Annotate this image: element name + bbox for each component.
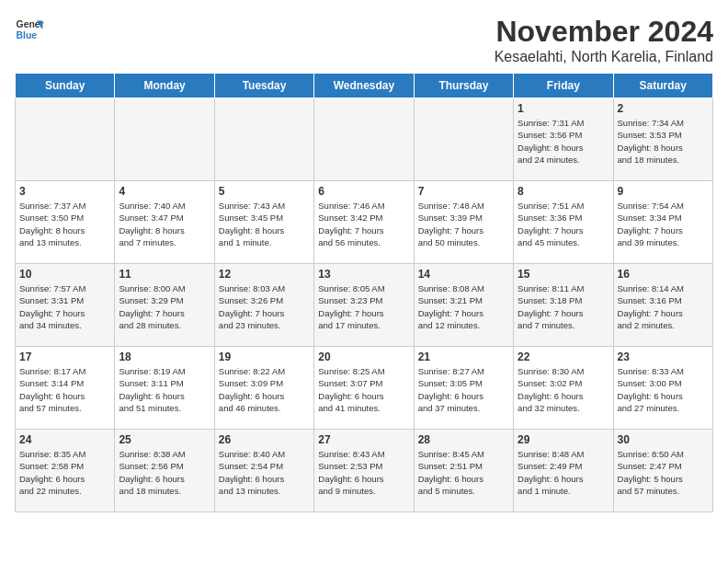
logo: General Blue: [15, 15, 44, 44]
calendar-cell: 8Sunrise: 7:51 AMSunset: 3:36 PMDaylight…: [514, 181, 613, 264]
day-info: Sunrise: 8:19 AMSunset: 3:11 PMDaylight:…: [119, 365, 210, 414]
calendar-cell: 28Sunrise: 8:45 AMSunset: 2:51 PMDayligh…: [414, 430, 513, 512]
day-info: Sunrise: 8:05 AMSunset: 3:23 PMDaylight:…: [318, 282, 409, 331]
day-info: Sunrise: 8:40 AMSunset: 2:54 PMDaylight:…: [219, 448, 310, 497]
day-info: Sunrise: 7:37 AMSunset: 3:50 PMDaylight:…: [19, 200, 110, 248]
day-number: 14: [418, 268, 509, 281]
day-info: Sunrise: 8:38 AMSunset: 2:56 PMDaylight:…: [119, 448, 210, 497]
day-number: 11: [119, 268, 210, 281]
calendar-cell: 24Sunrise: 8:35 AMSunset: 2:58 PMDayligh…: [16, 430, 115, 512]
svg-text:Blue: Blue: [17, 30, 38, 40]
calendar-cell: 6Sunrise: 7:46 AMSunset: 3:42 PMDaylight…: [314, 181, 414, 264]
day-info: Sunrise: 8:33 AMSunset: 3:00 PMDaylight:…: [618, 365, 709, 414]
day-info: Sunrise: 8:14 AMSunset: 3:16 PMDaylight:…: [618, 282, 709, 331]
calendar-cell: 13Sunrise: 8:05 AMSunset: 3:23 PMDayligh…: [314, 264, 414, 347]
calendar-cell: 7Sunrise: 7:48 AMSunset: 3:39 PMDaylight…: [414, 181, 513, 264]
day-header-sunday: Sunday: [16, 74, 115, 98]
title-block: November 2024 Kesaelahti, North Karelia,…: [495, 15, 713, 65]
day-info: Sunrise: 7:51 AMSunset: 3:36 PMDaylight:…: [518, 200, 609, 248]
calendar-cell: 19Sunrise: 8:22 AMSunset: 3:09 PMDayligh…: [214, 347, 313, 430]
calendar-cell: 16Sunrise: 8:14 AMSunset: 3:16 PMDayligh…: [613, 264, 712, 347]
day-number: 7: [418, 185, 509, 198]
day-info: Sunrise: 8:08 AMSunset: 3:21 PMDaylight:…: [418, 282, 509, 331]
day-info: Sunrise: 8:17 AMSunset: 3:14 PMDaylight:…: [19, 365, 110, 414]
calendar-cell: 23Sunrise: 8:33 AMSunset: 3:00 PMDayligh…: [613, 347, 712, 430]
calendar-cell: 9Sunrise: 7:54 AMSunset: 3:34 PMDaylight…: [613, 181, 712, 264]
day-info: Sunrise: 8:50 AMSunset: 2:47 PMDaylight:…: [618, 448, 709, 497]
day-number: 6: [318, 185, 409, 198]
day-number: 9: [618, 185, 709, 198]
calendar-cell: [314, 98, 414, 181]
calendar-table: SundayMondayTuesdayWednesdayThursdayFrid…: [15, 73, 713, 512]
day-info: Sunrise: 8:11 AMSunset: 3:18 PMDaylight:…: [518, 282, 609, 331]
day-info: Sunrise: 7:31 AMSunset: 3:56 PMDaylight:…: [518, 117, 609, 166]
calendar-week-row: 10Sunrise: 7:57 AMSunset: 3:31 PMDayligh…: [16, 264, 713, 347]
day-info: Sunrise: 7:46 AMSunset: 3:42 PMDaylight:…: [318, 200, 409, 248]
day-info: Sunrise: 7:54 AMSunset: 3:34 PMDaylight:…: [618, 200, 709, 248]
calendar-cell: 21Sunrise: 8:27 AMSunset: 3:05 PMDayligh…: [414, 347, 513, 430]
calendar-cell: 14Sunrise: 8:08 AMSunset: 3:21 PMDayligh…: [414, 264, 513, 347]
calendar-header-row: SundayMondayTuesdayWednesdayThursdayFrid…: [16, 74, 713, 98]
day-header-friday: Friday: [514, 74, 613, 98]
day-header-thursday: Thursday: [414, 74, 513, 98]
calendar-cell: 4Sunrise: 7:40 AMSunset: 3:47 PMDaylight…: [115, 181, 214, 264]
day-info: Sunrise: 7:34 AMSunset: 3:53 PMDaylight:…: [618, 117, 709, 166]
month-title: November 2024: [495, 15, 713, 49]
day-number: 13: [318, 268, 409, 281]
calendar-cell: [115, 98, 214, 181]
page-header: General Blue November 2024 Kesaelahti, N…: [15, 15, 713, 65]
day-info: Sunrise: 8:00 AMSunset: 3:29 PMDaylight:…: [119, 282, 210, 331]
day-header-wednesday: Wednesday: [314, 74, 414, 98]
day-info: Sunrise: 8:25 AMSunset: 3:07 PMDaylight:…: [318, 365, 409, 414]
day-number: 10: [19, 268, 110, 281]
calendar-cell: 2Sunrise: 7:34 AMSunset: 3:53 PMDaylight…: [613, 98, 712, 181]
calendar-cell: 27Sunrise: 8:43 AMSunset: 2:53 PMDayligh…: [314, 430, 414, 512]
calendar-cell: 22Sunrise: 8:30 AMSunset: 3:02 PMDayligh…: [514, 347, 613, 430]
calendar-week-row: 1Sunrise: 7:31 AMSunset: 3:56 PMDaylight…: [16, 98, 713, 181]
day-info: Sunrise: 8:03 AMSunset: 3:26 PMDaylight:…: [219, 282, 310, 331]
day-number: 2: [618, 102, 709, 115]
calendar-cell: 1Sunrise: 7:31 AMSunset: 3:56 PMDaylight…: [514, 98, 613, 181]
day-header-monday: Monday: [115, 74, 214, 98]
logo-icon: General Blue: [15, 15, 44, 44]
calendar-cell: 10Sunrise: 7:57 AMSunset: 3:31 PMDayligh…: [16, 264, 115, 347]
day-number: 22: [518, 350, 609, 363]
day-number: 21: [418, 350, 509, 363]
day-info: Sunrise: 8:43 AMSunset: 2:53 PMDaylight:…: [318, 448, 409, 497]
calendar-cell: 26Sunrise: 8:40 AMSunset: 2:54 PMDayligh…: [214, 430, 313, 512]
calendar-cell: [214, 98, 313, 181]
calendar-week-row: 3Sunrise: 7:37 AMSunset: 3:50 PMDaylight…: [16, 181, 713, 264]
calendar-cell: 20Sunrise: 8:25 AMSunset: 3:07 PMDayligh…: [314, 347, 414, 430]
calendar-cell: 5Sunrise: 7:43 AMSunset: 3:45 PMDaylight…: [214, 181, 313, 264]
location-subtitle: Kesaelahti, North Karelia, Finland: [495, 49, 713, 65]
day-info: Sunrise: 8:48 AMSunset: 2:49 PMDaylight:…: [518, 448, 609, 497]
day-info: Sunrise: 7:40 AMSunset: 3:47 PMDaylight:…: [119, 200, 210, 248]
day-number: 8: [518, 185, 609, 198]
day-number: 24: [19, 433, 110, 446]
calendar-cell: [16, 98, 115, 181]
day-number: 23: [618, 350, 709, 363]
day-number: 26: [219, 433, 310, 446]
day-number: 15: [518, 268, 609, 281]
day-info: Sunrise: 8:45 AMSunset: 2:51 PMDaylight:…: [418, 448, 509, 497]
calendar-cell: 11Sunrise: 8:00 AMSunset: 3:29 PMDayligh…: [115, 264, 214, 347]
day-info: Sunrise: 8:27 AMSunset: 3:05 PMDaylight:…: [418, 365, 509, 414]
day-number: 20: [318, 350, 409, 363]
calendar-week-row: 24Sunrise: 8:35 AMSunset: 2:58 PMDayligh…: [16, 430, 713, 512]
calendar-cell: 15Sunrise: 8:11 AMSunset: 3:18 PMDayligh…: [514, 264, 613, 347]
day-number: 29: [518, 433, 609, 446]
day-number: 25: [119, 433, 210, 446]
day-info: Sunrise: 7:57 AMSunset: 3:31 PMDaylight:…: [19, 282, 110, 331]
calendar-cell: 3Sunrise: 7:37 AMSunset: 3:50 PMDaylight…: [16, 181, 115, 264]
calendar-cell: 12Sunrise: 8:03 AMSunset: 3:26 PMDayligh…: [214, 264, 313, 347]
calendar-cell: 18Sunrise: 8:19 AMSunset: 3:11 PMDayligh…: [115, 347, 214, 430]
day-info: Sunrise: 8:22 AMSunset: 3:09 PMDaylight:…: [219, 365, 310, 414]
calendar-week-row: 17Sunrise: 8:17 AMSunset: 3:14 PMDayligh…: [16, 347, 713, 430]
day-info: Sunrise: 8:35 AMSunset: 2:58 PMDaylight:…: [19, 448, 110, 497]
day-number: 19: [219, 350, 310, 363]
day-info: Sunrise: 7:43 AMSunset: 3:45 PMDaylight:…: [219, 200, 310, 248]
day-header-tuesday: Tuesday: [214, 74, 313, 98]
day-number: 1: [518, 102, 609, 115]
day-number: 4: [119, 185, 210, 198]
calendar-cell: 17Sunrise: 8:17 AMSunset: 3:14 PMDayligh…: [16, 347, 115, 430]
